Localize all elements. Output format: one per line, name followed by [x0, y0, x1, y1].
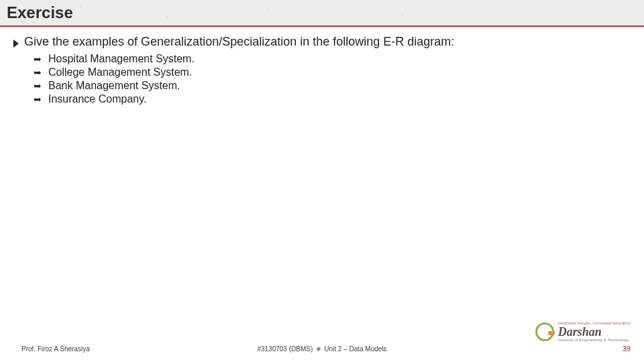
logo-mark-icon: [535, 322, 554, 341]
sub-item-text: Insurance Company.: [48, 93, 146, 105]
course-code: #3130703 (DBMS): [257, 345, 313, 353]
main-bullet: Give the examples of Generalization/Spec…: [13, 35, 631, 49]
arrow-icon: ➥: [34, 95, 42, 104]
diamond-separator-icon: [316, 346, 321, 351]
professor-name: Prof. Firoz A Sherasiya: [21, 345, 90, 353]
sub-item-text: Hospital Management System.: [48, 53, 195, 65]
arrow-icon: ➥: [34, 68, 42, 77]
sub-bullet-list: ➥ Hospital Management System. ➥ College …: [34, 53, 631, 105]
list-item: ➥ Bank Management System.: [34, 80, 631, 92]
logo-name: Darshan: [558, 326, 631, 338]
slide-title: Exercise: [7, 3, 73, 22]
arrow-icon: ➥: [34, 81, 42, 90]
footer: Prof. Firoz A Sherasiya #3130703 (DBMS) …: [0, 339, 644, 362]
list-item: ➥ Hospital Management System.: [34, 53, 631, 65]
main-bullet-text: Give the examples of Generalization/Spec…: [24, 35, 454, 49]
content-area: Give the examples of Generalization/Spec…: [0, 27, 644, 339]
list-item: ➥ Insurance Company.: [34, 93, 631, 105]
footer-center: #3130703 (DBMS) Unit 2 – Data Models: [257, 345, 386, 353]
sub-item-text: College Management System.: [48, 66, 192, 78]
page-number: 39: [623, 345, 631, 353]
unit-label: Unit 2 – Data Models: [324, 345, 386, 353]
sub-item-text: Bank Management System.: [48, 80, 180, 92]
triangle-bullet-icon: [13, 40, 19, 48]
title-bar: Exercise: [0, 0, 644, 27]
arrow-icon: ➥: [34, 54, 42, 64]
list-item: ➥ College Management System.: [34, 66, 631, 78]
